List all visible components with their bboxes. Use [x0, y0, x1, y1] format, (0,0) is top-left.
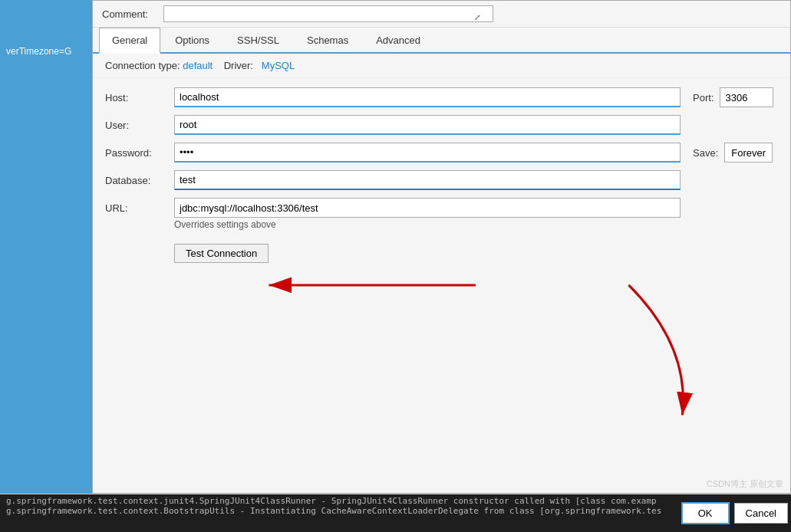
url-label: URL:	[105, 202, 174, 214]
log-line-2: g.springframework.test.context.Bootstrap…	[6, 506, 785, 516]
conn-type-value[interactable]: default	[183, 60, 213, 71]
dialog-panel: Comment: ⤢ General Options SSH/SSL Schem…	[92, 0, 791, 494]
watermark: CSDN博主 原创文章	[707, 478, 783, 490]
expand-icon: ⤢	[472, 11, 483, 22]
save-label: Save:	[693, 147, 718, 159]
sidebar-strip: verTimezone=G	[0, 0, 92, 532]
bottom-buttons: OK Cancel	[681, 494, 791, 532]
url-hint: Overrides settings above	[105, 219, 778, 230]
ok-button[interactable]: OK	[681, 502, 730, 524]
tab-advanced[interactable]: Advanced	[363, 28, 433, 52]
form-area: Host: Port: User: Password: Save: Foreve…	[93, 78, 790, 272]
password-input[interactable]	[174, 143, 681, 163]
cancel-button[interactable]: Cancel	[734, 503, 788, 524]
comment-label: Comment:	[102, 8, 163, 20]
tab-general[interactable]: General	[99, 28, 160, 54]
conn-type-row: Connection type: default Driver: MySQL	[93, 54, 790, 78]
comment-input[interactable]	[163, 5, 493, 22]
bottom-bar: g.springframework.test.context.junit4.Sp…	[0, 494, 791, 532]
port-label: Port:	[693, 92, 714, 103]
tab-schemas[interactable]: Schemas	[294, 28, 361, 52]
tabs-row: General Options SSH/SSL Schemas Advanced	[93, 28, 790, 54]
url-input[interactable]	[174, 198, 681, 218]
bottom-log: g.springframework.test.context.junit4.Sp…	[0, 494, 791, 532]
driver-value[interactable]: MySQL	[262, 60, 295, 71]
host-input[interactable]	[174, 87, 681, 107]
port-group: Port:	[693, 87, 773, 107]
user-row: User:	[105, 115, 778, 135]
test-connection-area: Test Connection	[105, 238, 778, 263]
host-row: Host: Port:	[105, 87, 778, 107]
save-dropdown[interactable]: Forever	[724, 143, 773, 163]
tab-options[interactable]: Options	[162, 28, 222, 52]
database-input[interactable]	[174, 170, 681, 190]
comment-row: Comment: ⤢	[93, 1, 790, 28]
tab-ssh-ssl[interactable]: SSH/SSL	[224, 28, 292, 52]
user-label: User:	[105, 120, 174, 131]
database-row: Database:	[105, 170, 778, 190]
password-row: Password: Save: Forever	[105, 143, 778, 163]
driver-prefix: Driver:	[224, 60, 253, 71]
url-section: URL: Overrides settings above	[105, 198, 778, 230]
port-input[interactable]	[720, 87, 773, 107]
user-input[interactable]	[174, 115, 681, 135]
sidebar-text: verTimezone=G	[0, 42, 92, 61]
log-line-1: g.springframework.test.context.junit4.Sp…	[6, 496, 785, 506]
test-connection-button[interactable]: Test Connection	[174, 244, 269, 263]
database-label: Database:	[105, 175, 174, 186]
url-row: URL:	[105, 198, 778, 218]
conn-type-prefix: Connection type:	[105, 60, 180, 71]
password-label: Password:	[105, 147, 174, 159]
host-label: Host:	[105, 92, 174, 103]
save-group: Save: Forever	[693, 143, 773, 163]
